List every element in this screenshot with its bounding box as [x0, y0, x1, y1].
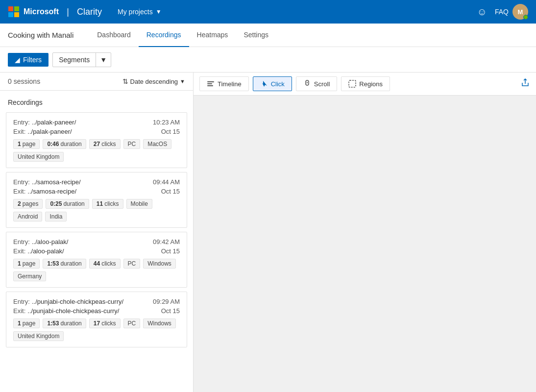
toolbar: ◢ Filters Segments ▼ — [0, 47, 536, 73]
entry-path-1: Entry:../palak-paneer/ — [13, 119, 76, 126]
click-icon — [260, 80, 268, 88]
segments-label: Segments — [53, 53, 96, 67]
svg-rect-1 — [14, 6, 19, 11]
tag-duration-3: 1:53 duration — [43, 259, 86, 269]
filters-button[interactable]: ◢ Filters — [8, 53, 49, 67]
entry-path-2: Entry:../samosa-recipe/ — [13, 178, 81, 186]
ms-logo-icon — [8, 6, 20, 18]
card-tags-4: 1 page 1:53 duration 17 clicks PC Window… — [13, 318, 180, 341]
scroll-button[interactable]: Scroll — [296, 76, 338, 91]
avatar-online-badge — [523, 15, 528, 20]
tag-country-3: Germany — [13, 271, 46, 281]
sort-button[interactable]: ⇅ Date descending ▼ — [122, 77, 185, 85]
regions-button[interactable]: Regions — [341, 76, 390, 91]
tab-heatmaps[interactable]: Heatmaps — [189, 24, 236, 47]
tab-settings[interactable]: Settings — [236, 24, 276, 47]
sort-icon: ⇅ — [122, 77, 128, 85]
tag-clicks-2: 11 clicks — [92, 199, 123, 209]
tag-pages-3: 1 page — [13, 259, 40, 269]
tag-device-2: Mobile — [126, 199, 152, 209]
tag-device-1: PC — [123, 139, 141, 149]
sub-nav-tabs: Dashboard Recordings Heatmaps Settings — [89, 24, 276, 47]
tag-clicks-1: 27 clicks — [89, 139, 121, 149]
tag-os-4: Windows — [143, 318, 176, 328]
left-panel: 0 sessions ⇅ Date descending ▼ Recording… — [0, 73, 194, 392]
sessions-bar: 0 sessions ⇅ Date descending ▼ — [0, 73, 193, 91]
tag-clicks-3: 44 clicks — [89, 259, 121, 269]
svg-rect-0 — [8, 6, 13, 11]
tag-pages-4: 1 page — [13, 318, 40, 328]
tag-os-2: Android — [13, 212, 42, 221]
filters-label: Filters — [23, 56, 42, 64]
click-button[interactable]: Click — [253, 76, 292, 91]
main-layout: 0 sessions ⇅ Date descending ▼ Recording… — [0, 73, 536, 392]
avatar[interactable]: M — [512, 4, 528, 20]
regions-icon — [348, 80, 356, 88]
exit-path-2: Exit:../samosa-recipe/ — [13, 188, 76, 195]
scroll-icon — [303, 80, 311, 88]
clarity-label: Clarity — [77, 7, 102, 17]
tag-pages-1: 1 page — [13, 139, 40, 149]
svg-rect-6 — [207, 85, 213, 86]
tab-dashboard[interactable]: Dashboard — [89, 24, 139, 47]
feedback-icon-button[interactable]: ☺ — [473, 4, 491, 20]
click-label: Click — [271, 80, 285, 88]
exit-path-4: Exit:../punjabi-chole-chickpeas-curry/ — [13, 307, 119, 315]
ms-label: Microsoft — [24, 7, 59, 16]
svg-rect-4 — [207, 81, 214, 82]
filter-icon: ◢ — [15, 56, 20, 64]
recording-card[interactable]: Entry:../palak-paneer/ 10:23 AM Exit:../… — [6, 112, 187, 168]
export-button[interactable] — [520, 78, 530, 90]
card-time-4: 09:29 AM — [153, 298, 180, 305]
scroll-label: Scroll — [314, 80, 330, 88]
tag-os-1: MacOS — [143, 139, 171, 149]
brand-divider: | — [67, 7, 69, 17]
card-exit-row: Exit:../palak-paneer/ Oct 15 — [13, 128, 180, 135]
entry-path-4: Entry:../punjabi-chole-chickpeas-curry/ — [13, 298, 123, 305]
sort-label: Date descending — [130, 78, 178, 85]
tag-country-4: United Kingdom — [13, 331, 64, 341]
chevron-down-icon: ▼ — [156, 8, 162, 15]
entry-path-3: Entry:../aloo-palak/ — [13, 238, 68, 245]
recording-card[interactable]: Entry:../aloo-palak/ 09:42 AM Exit:../al… — [6, 232, 187, 288]
recordings-list: Recordings Entry:../palak-paneer/ 10:23 … — [0, 91, 193, 392]
tag-duration-1: 0:46 duration — [43, 139, 86, 149]
timeline-icon — [207, 80, 215, 88]
card-date-4: Oct 15 — [161, 307, 180, 315]
top-nav: Microsoft | Clarity My projects ▼ ☺ FAQ … — [0, 0, 536, 24]
sub-nav: Cooking with Manali Dashboard Recordings… — [0, 24, 536, 47]
my-projects-label: My projects — [118, 8, 153, 16]
tag-clicks-4: 17 clicks — [89, 318, 121, 328]
timeline-button[interactable]: Timeline — [199, 76, 249, 91]
card-entry-row: Entry:../aloo-palak/ 09:42 AM — [13, 238, 180, 245]
tab-recordings[interactable]: Recordings — [139, 24, 189, 47]
card-exit-row: Exit:../punjabi-chole-chickpeas-curry/ O… — [13, 307, 180, 315]
exit-path-1: Exit:../palak-paneer/ — [13, 128, 72, 135]
tag-duration-2: 0:25 duration — [46, 199, 89, 209]
segments-button[interactable]: Segments ▼ — [52, 52, 111, 67]
tag-pages-2: 2 pages — [13, 199, 43, 209]
card-date-1: Oct 15 — [161, 128, 180, 135]
tag-device-3: PC — [123, 259, 141, 269]
recording-card[interactable]: Entry:../samosa-recipe/ 09:44 AM Exit:..… — [6, 172, 187, 228]
tag-country-1: United Kingdom — [13, 152, 64, 162]
card-date-3: Oct 15 — [161, 247, 180, 255]
sort-chevron-icon: ▼ — [180, 78, 185, 84]
timeline-label: Timeline — [218, 80, 242, 88]
card-entry-row: Entry:../palak-paneer/ 10:23 AM — [13, 119, 180, 126]
faq-button[interactable]: FAQ — [491, 6, 512, 18]
faq-label: FAQ — [495, 8, 509, 16]
my-projects-button[interactable]: My projects ▼ — [114, 6, 165, 18]
card-tags-2: 2 pages 0:25 duration 11 clicks Mobile A… — [13, 199, 180, 221]
card-date-2: Oct 15 — [161, 188, 180, 195]
card-entry-row: Entry:../punjabi-chole-chickpeas-curry/ … — [13, 298, 180, 305]
svg-rect-5 — [207, 83, 212, 84]
recording-card[interactable]: Entry:../punjabi-chole-chickpeas-curry/ … — [6, 292, 187, 347]
tag-country-2: India — [45, 212, 67, 221]
card-exit-row: Exit:../samosa-recipe/ Oct 15 — [13, 188, 180, 195]
card-time-3: 09:42 AM — [153, 238, 180, 245]
recordings-header: Recordings — [0, 95, 193, 108]
card-entry-row: Entry:../samosa-recipe/ 09:44 AM — [13, 178, 180, 186]
chevron-down-icon[interactable]: ▼ — [96, 53, 111, 67]
svg-rect-3 — [14, 12, 19, 17]
